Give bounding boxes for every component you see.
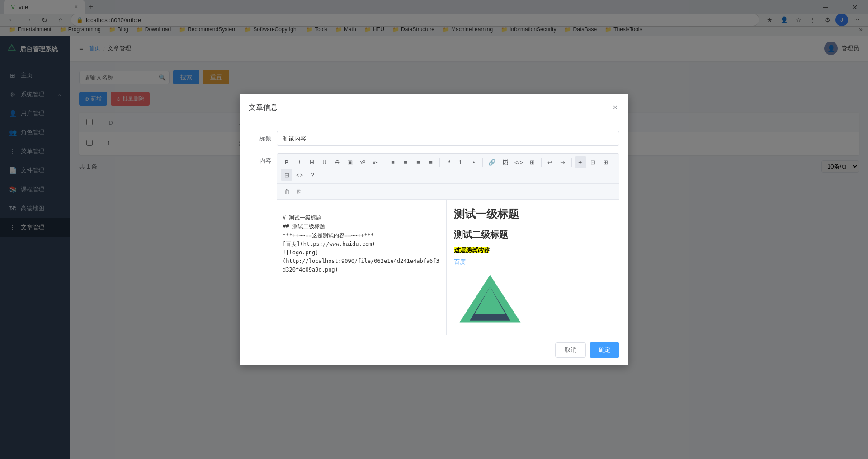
title-label: 标题 — [249, 131, 271, 143]
blockquote-btn[interactable]: ❝ — [443, 156, 454, 168]
modal-footer: 取消 确定 — [240, 335, 628, 365]
title-field-row: 标题 — [249, 131, 619, 146]
table-btn[interactable]: ⊞ — [527, 156, 538, 168]
undo-btn[interactable]: ↩ — [544, 156, 556, 168]
mark-btn[interactable]: ▣ — [344, 156, 356, 168]
modal-title: 文章信息 — [249, 103, 278, 112]
editor-preview-pane: 测试一级标题 测试二级标题 这是测试内容 百度 — [447, 200, 619, 335]
preview-h2: 测试二级标题 — [454, 229, 612, 241]
image-btn[interactable]: 🖼 — [499, 156, 511, 168]
content-control: B I H U S ▣ x² x₂ ≡ ≡ ≡ ≡ — [277, 153, 619, 335]
align-left-btn[interactable]: ≡ — [387, 156, 399, 168]
link-btn[interactable]: 🔗 — [486, 156, 498, 168]
content-label: 内容 — [249, 153, 271, 165]
underline-btn[interactable]: U — [319, 156, 330, 168]
toolbar-sep-5 — [571, 158, 572, 167]
align-right-btn[interactable]: ≡ — [412, 156, 424, 168]
editor-body: # 测试一级标题 ## 测试二级标题 ***++~~==这是测试内容==~~++… — [277, 200, 619, 335]
cancel-btn[interactable]: 取消 — [555, 342, 586, 358]
modal-header: 文章信息 × — [240, 94, 628, 122]
editor-toolbar-row2: 🗑 ⎘ — [277, 184, 619, 200]
modal-overlay: 文章信息 × 标题 内容 B I — [0, 0, 868, 459]
toolbar-sep-3 — [482, 158, 483, 167]
preview-link-container: 百度 — [454, 258, 612, 266]
strikethrough-btn[interactable]: S — [331, 156, 343, 168]
editor-source-pane[interactable]: # 测试一级标题 ## 测试二级标题 ***++~~==这是测试内容==~~++… — [277, 200, 447, 335]
delete-content-btn[interactable]: 🗑 — [281, 186, 292, 197]
inline-code-btn[interactable]: <> — [293, 169, 306, 181]
article-modal: 文章信息 × 标题 内容 B I — [240, 94, 628, 365]
subscript-btn[interactable]: x₂ — [369, 156, 381, 168]
preview-mode-btn[interactable]: ⊟ — [281, 169, 292, 181]
fullscreen-btn[interactable]: ⊡ — [587, 156, 599, 168]
vue-logo-preview — [454, 272, 526, 326]
toolbar-sep-1 — [384, 158, 384, 167]
copy-content-btn[interactable]: ⎘ — [293, 186, 305, 197]
source-mode-btn[interactable]: ✦ — [575, 156, 586, 168]
code-btn[interactable]: </> — [512, 156, 526, 168]
editor-container: B I H U S ▣ x² x₂ ≡ ≡ ≡ ≡ — [277, 153, 619, 335]
redo-btn[interactable]: ↪ — [557, 156, 569, 168]
editor-toolbar-row1: B I H U S ▣ x² x₂ ≡ ≡ ≡ ≡ — [277, 154, 619, 184]
toolbar-sep-2 — [439, 158, 440, 167]
highlight-span: 这是测试内容 — [454, 247, 489, 253]
preview-h1: 测试一级标题 — [454, 207, 612, 221]
title-control — [277, 131, 619, 146]
heading-btn[interactable]: H — [306, 156, 318, 168]
align-justify-btn[interactable]: ≡ — [425, 156, 437, 168]
help-btn[interactable]: ? — [307, 169, 318, 181]
confirm-btn[interactable]: 确定 — [590, 342, 619, 358]
content-field-row: 内容 B I H U S ▣ x² x₂ — [249, 153, 619, 335]
modal-body: 标题 内容 B I H U S — [240, 122, 628, 335]
bold-btn[interactable]: B — [281, 156, 292, 168]
preview-highlight-text: 这是测试内容 — [454, 246, 612, 254]
split-view-btn[interactable]: ⊞ — [600, 156, 612, 168]
italic-btn[interactable]: I — [293, 156, 305, 168]
superscript-btn[interactable]: x² — [357, 156, 368, 168]
unordered-list-btn[interactable]: • — [468, 156, 480, 168]
ordered-list-btn[interactable]: 1. — [455, 156, 467, 168]
preview-link[interactable]: 百度 — [454, 258, 466, 265]
align-center-btn[interactable]: ≡ — [400, 156, 411, 168]
modal-close-btn[interactable]: × — [611, 101, 619, 114]
toolbar-sep-4 — [541, 158, 542, 167]
title-input[interactable] — [277, 131, 619, 146]
